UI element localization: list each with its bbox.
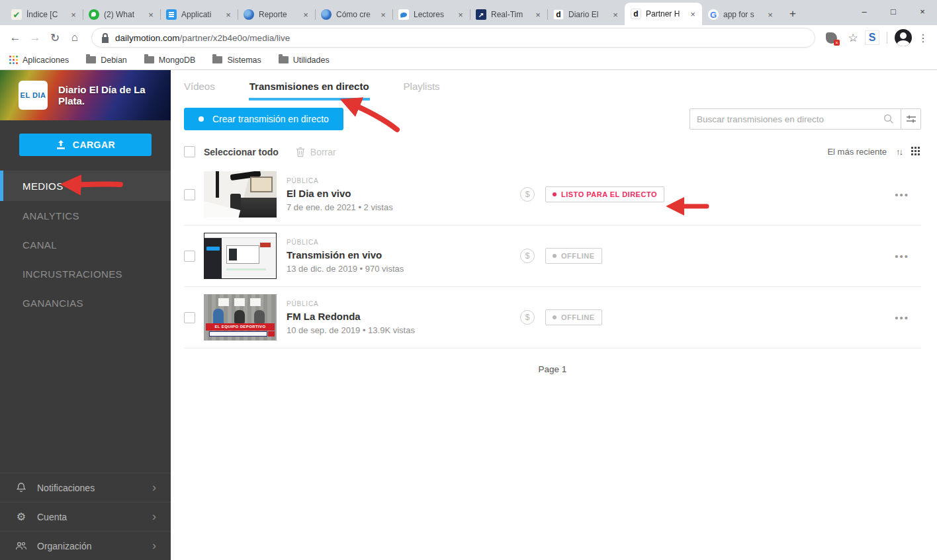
- sidebar-item-canal[interactable]: CANAL: [0, 230, 171, 259]
- folder-icon: [86, 56, 96, 63]
- media-title[interactable]: Transmisión en vivo: [287, 249, 515, 260]
- close-icon[interactable]: ×: [300, 9, 311, 20]
- reload-button[interactable]: ↻: [45, 28, 65, 48]
- close-icon[interactable]: ×: [765, 9, 776, 20]
- close-icon[interactable]: ×: [688, 9, 698, 19]
- row-menu-icon[interactable]: •••: [895, 189, 909, 200]
- media-row-transmision-en-vivo[interactable]: PÚBLICA Transmisión en vivo 13 de dic. d…: [184, 225, 921, 287]
- close-icon[interactable]: ×: [146, 9, 156, 20]
- s-extension-icon[interactable]: S: [865, 30, 879, 45]
- home-button[interactable]: ⌂: [65, 28, 85, 48]
- browser-tab-partner-active[interactable]: d Partner H ×: [625, 3, 702, 25]
- url-domain: dailymotion.com: [115, 33, 180, 43]
- profile-avatar[interactable]: [895, 29, 912, 46]
- page-content: EL DIA Diario El Día de La Plata. CARGAR…: [0, 70, 937, 560]
- url-bar[interactable]: dailymotion.com/partner/x2b4e0o/media/li…: [91, 28, 815, 48]
- analytics-icon: ↗: [476, 9, 486, 20]
- status-label: OFFLINE: [561, 252, 595, 260]
- folder-icon: [144, 56, 154, 63]
- close-icon[interactable]: ×: [455, 9, 466, 20]
- row-checkbox[interactable]: [184, 251, 195, 262]
- minimize-button[interactable]: –: [850, 0, 879, 22]
- row-checkbox[interactable]: [184, 312, 195, 323]
- browser-tab-como-cre[interactable]: Cómo cre ×: [315, 4, 392, 25]
- sidebar-item-notificaciones[interactable]: Notificaciones ›: [0, 473, 171, 502]
- maximize-button[interactable]: □: [879, 0, 908, 22]
- close-icon[interactable]: ×: [610, 9, 621, 20]
- dailymotion-icon: d: [631, 9, 641, 19]
- delete-button[interactable]: Borrar: [296, 147, 336, 157]
- bookmark-aplicaciones[interactable]: Aplicaciones: [9, 56, 69, 65]
- sidebar-bottom-label: Notificaciones: [37, 483, 95, 493]
- browser-tab-indice[interactable]: ✔ Índice [C ×: [5, 4, 83, 25]
- extension-blocker-icon[interactable]: ×: [826, 32, 837, 44]
- video-thumbnail[interactable]: [204, 171, 277, 218]
- select-row: Seleccionar todo Borrar El más reciente …: [184, 146, 921, 157]
- org-banner: EL DIA Diario El Día de La Plata.: [0, 70, 171, 120]
- close-icon[interactable]: ×: [68, 9, 79, 20]
- status-badge: LISTO PARA EL DIRECTO: [545, 186, 664, 202]
- close-window-button[interactable]: ×: [908, 0, 937, 22]
- close-icon[interactable]: ×: [378, 9, 388, 20]
- media-title[interactable]: El Dia en vivo: [287, 188, 515, 199]
- close-icon[interactable]: ×: [533, 9, 543, 20]
- grid-view-icon[interactable]: [911, 147, 921, 157]
- select-all-checkbox[interactable]: [184, 146, 195, 157]
- sidebar-item-ganancias[interactable]: GANANCIAS: [0, 288, 171, 317]
- upload-button[interactable]: CARGAR: [19, 134, 152, 156]
- monetization-icon[interactable]: $: [520, 187, 535, 202]
- pagination-label: Page 1: [184, 364, 921, 374]
- filter-button[interactable]: [901, 108, 921, 130]
- browser-tab-lectores[interactable]: Lectores ×: [392, 4, 470, 25]
- browser-tab-whatsapp[interactable]: (2) What ×: [83, 4, 160, 25]
- row-checkbox[interactable]: [184, 189, 195, 200]
- browser-tab-realtime[interactable]: ↗ Real-Tim ×: [470, 4, 547, 25]
- tab-label: Lectores: [414, 10, 455, 19]
- browser-tab-reporte[interactable]: Reporte ×: [238, 4, 315, 25]
- row-menu-icon[interactable]: •••: [895, 251, 909, 262]
- bookmark-utilidades[interactable]: Utilidades: [279, 56, 330, 65]
- monetization-icon[interactable]: $: [520, 249, 535, 263]
- media-meta: 7 de ene. de 2021 • 2 vistas: [287, 202, 515, 212]
- video-thumbnail[interactable]: EL EQUIPO DEPORTIVO: [204, 294, 277, 340]
- bookmark-debian[interactable]: Debian: [86, 56, 127, 65]
- media-text: PÚBLICA FM La Redonda 10 de sep. de 2019…: [287, 300, 515, 335]
- media-list: PÚBLICA El Dia en vivo 7 de ene. de 2021…: [184, 164, 921, 348]
- bookmark-mongodb[interactable]: MongoDB: [144, 56, 196, 65]
- browser-window: ✔ Índice [C × (2) What × Applicati × Rep…: [0, 0, 937, 560]
- sidebar-item-incrustraciones[interactable]: INCRUSTRACIONES: [0, 259, 171, 288]
- back-button[interactable]: ←: [5, 28, 25, 48]
- media-row-fm-la-redonda[interactable]: EL EQUIPO DEPORTIVO PÚBLICA FM La Redond…: [184, 287, 921, 348]
- tab-transmisiones-en-directo[interactable]: Transmisiones en directo: [249, 81, 369, 100]
- browser-tab-application[interactable]: Applicati ×: [160, 4, 238, 25]
- row-menu-icon[interactable]: •••: [895, 312, 909, 323]
- bookmark-sistemas[interactable]: Sistemas: [212, 56, 261, 65]
- sidebar-item-analytics[interactable]: ANALYTICS: [0, 201, 171, 230]
- media-meta: 10 de sep. de 2019 • 13.9K vistas: [287, 325, 515, 335]
- whatsapp-icon: [89, 9, 99, 20]
- new-tab-button[interactable]: +: [783, 5, 802, 23]
- tab-playlists[interactable]: Playlists: [404, 81, 440, 100]
- forward-button[interactable]: →: [25, 28, 45, 48]
- tab-videos[interactable]: Vídeos: [184, 81, 215, 100]
- browser-menu-icon[interactable]: ⋮: [915, 32, 932, 44]
- browser-tab-app-for[interactable]: G app for s ×: [702, 4, 780, 25]
- monetization-icon[interactable]: $: [520, 310, 535, 325]
- tab-label: Reporte: [259, 10, 300, 19]
- sidebar-item-medios[interactable]: MEDIOS: [0, 171, 171, 201]
- apps-grid-icon: [9, 56, 18, 64]
- media-title[interactable]: FM La Redonda: [287, 311, 515, 322]
- close-icon[interactable]: ×: [223, 9, 234, 20]
- bookmark-star-icon[interactable]: ☆: [844, 31, 862, 45]
- people-icon: [15, 541, 28, 551]
- sidebar-item-cuenta[interactable]: ⚙ Cuenta ›: [0, 502, 171, 531]
- create-live-stream-button[interactable]: Crear transmisión en directo: [184, 108, 343, 130]
- search-input[interactable]: [697, 114, 883, 124]
- browser-tab-diario[interactable]: d Diario El ×: [547, 4, 625, 25]
- video-thumbnail[interactable]: [204, 233, 277, 279]
- sort-arrows-icon[interactable]: ↑↓: [896, 147, 902, 157]
- sort-area: El más reciente ↑↓: [827, 147, 921, 157]
- media-row-el-dia-en-vivo[interactable]: PÚBLICA El Dia en vivo 7 de ene. de 2021…: [184, 164, 921, 225]
- sidebar-item-organizacion[interactable]: Organización ›: [0, 531, 171, 560]
- actions-row: Crear transmisión en directo: [184, 108, 921, 130]
